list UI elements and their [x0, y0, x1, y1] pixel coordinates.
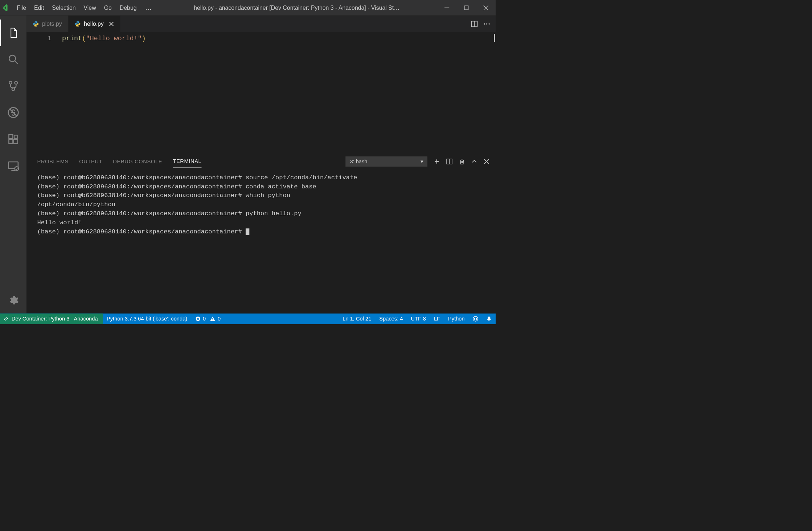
svg-point-14: [486, 23, 488, 25]
tab-label: plots.py: [42, 20, 62, 27]
terminal-line: (base) root@b62889638140:/workspaces/ana…: [37, 210, 302, 217]
window-maximize-icon[interactable]: [457, 0, 476, 16]
status-problems[interactable]: 0 0: [191, 314, 225, 324]
status-notifications-icon[interactable]: [482, 314, 496, 324]
terminal-line: (base) root@b62889638140:/workspaces/ana…: [37, 228, 246, 235]
menu-overflow[interactable]: …: [141, 0, 156, 16]
svg-point-3: [15, 81, 17, 84]
activity-bar: [0, 16, 26, 314]
menu-go[interactable]: Go: [100, 0, 116, 16]
activity-extensions-icon[interactable]: [0, 126, 26, 152]
svg-point-2: [9, 81, 12, 84]
svg-rect-0: [464, 6, 468, 10]
terminal[interactable]: (base) root@b62889638140:/workspaces/ana…: [26, 169, 496, 314]
terminal-selector-label: 3: bash: [350, 158, 367, 164]
titlebar: File Edit Selection View Go Debug … hell…: [0, 0, 496, 16]
menu-view[interactable]: View: [80, 0, 100, 16]
terminal-selector[interactable]: 3: bash ▾: [345, 156, 427, 167]
panel-tab-output[interactable]: OUTPUT: [79, 155, 102, 168]
token-bracket-open: (: [82, 35, 86, 42]
status-encoding[interactable]: UTF-8: [407, 314, 430, 324]
svg-point-18: [473, 316, 478, 321]
editor-tabbar: plots.py hello.py: [26, 16, 496, 32]
svg-rect-8: [14, 140, 18, 144]
tab-label: hello.py: [84, 20, 104, 27]
terminal-line: (base) root@b62889638140:/workspaces/ana…: [37, 183, 316, 190]
window-minimize-icon[interactable]: [437, 0, 457, 16]
scroll-position-indicator: [494, 34, 495, 42]
terminal-line: (base) root@b62889638140:/workspaces/ana…: [37, 174, 357, 181]
window-close-icon[interactable]: [476, 0, 496, 16]
activity-debug-icon[interactable]: [0, 99, 26, 126]
split-terminal-icon[interactable]: [446, 158, 452, 165]
more-actions-icon[interactable]: [483, 23, 491, 25]
code-line-1[interactable]: print("Hello world!"): [62, 32, 146, 154]
close-panel-icon[interactable]: [484, 159, 489, 164]
menu-bar: File Edit Selection View Go Debug …: [13, 0, 156, 16]
editor-actions: [471, 16, 496, 32]
terminal-cursor: [246, 228, 249, 235]
tab-plots-py[interactable]: plots.py: [26, 16, 68, 32]
line-number: 1: [26, 35, 51, 42]
token-string: "Hello world!": [86, 35, 142, 42]
panel-tab-terminal[interactable]: TERMINAL: [173, 155, 201, 168]
status-python-interpreter[interactable]: Python 3.7.3 64-bit ('base': conda): [103, 314, 191, 324]
tab-hello-py[interactable]: hello.py: [68, 16, 120, 32]
svg-rect-9: [14, 135, 17, 138]
activity-explorer-icon[interactable]: [0, 20, 26, 46]
svg-point-20: [476, 318, 477, 319]
new-terminal-icon[interactable]: [434, 158, 440, 164]
maximize-panel-icon[interactable]: [471, 158, 477, 164]
bottom-panel: PROBLEMS OUTPUT DEBUG CONSOLE TERMINAL 3…: [26, 154, 496, 313]
menu-file[interactable]: File: [13, 0, 30, 16]
kill-terminal-icon[interactable]: [459, 158, 465, 165]
split-editor-icon[interactable]: [471, 20, 478, 28]
svg-rect-7: [9, 140, 13, 144]
remote-icon: [3, 316, 9, 322]
status-remote[interactable]: Dev Container: Python 3 - Anaconda: [0, 314, 103, 324]
status-eol[interactable]: LF: [430, 314, 444, 324]
svg-point-15: [488, 23, 490, 25]
terminal-line: /opt/conda/bin/python: [37, 201, 115, 208]
menu-debug[interactable]: Debug: [116, 0, 141, 16]
status-language-mode[interactable]: Python: [444, 314, 469, 324]
activity-source-control-icon[interactable]: [0, 73, 26, 99]
activity-search-icon[interactable]: [0, 46, 26, 73]
panel-tab-debug-console[interactable]: DEBUG CONSOLE: [113, 155, 162, 168]
gutter: 1: [26, 32, 62, 154]
code-editor[interactable]: 1 print("Hello world!"): [26, 32, 496, 154]
status-remote-label: Dev Container: Python 3 - Anaconda: [12, 316, 98, 322]
svg-point-1: [9, 55, 16, 62]
warning-count: 0: [218, 316, 221, 322]
status-bar: Dev Container: Python 3 - Anaconda Pytho…: [0, 314, 496, 324]
python-file-icon: [33, 21, 39, 27]
window-title: hello.py - anacondacontainer [Dev Contai…: [156, 4, 437, 11]
status-feedback-icon[interactable]: [469, 314, 483, 324]
error-icon: [195, 316, 201, 322]
vscode-logo-icon: [0, 4, 13, 12]
terminal-line: Hello world!: [37, 219, 82, 226]
token-function: print: [62, 35, 82, 42]
editor-group: plots.py hello.py: [26, 16, 496, 314]
menu-selection[interactable]: Selection: [48, 0, 79, 16]
status-indentation[interactable]: Spaces: 4: [375, 314, 407, 324]
warning-icon: [210, 316, 216, 322]
panel-tab-problems[interactable]: PROBLEMS: [37, 155, 69, 168]
menu-edit[interactable]: Edit: [30, 0, 48, 16]
error-count: 0: [203, 316, 206, 322]
terminal-line: (base) root@b62889638140:/workspaces/ana…: [37, 192, 290, 199]
activity-remote-icon[interactable]: [0, 152, 26, 179]
token-bracket-close: ): [142, 35, 146, 42]
chevron-down-icon: ▾: [421, 158, 423, 164]
status-cursor-position[interactable]: Ln 1, Col 21: [339, 314, 375, 324]
dirty-close-icon[interactable]: [109, 21, 114, 26]
panel-tabbar: PROBLEMS OUTPUT DEBUG CONSOLE TERMINAL 3…: [26, 154, 496, 169]
svg-point-13: [484, 23, 485, 25]
svg-point-19: [474, 318, 475, 319]
python-file-icon: [74, 21, 81, 27]
window-controls: [437, 0, 496, 16]
activity-settings-icon[interactable]: [0, 287, 26, 313]
main-area: plots.py hello.py: [0, 16, 496, 314]
svg-rect-6: [9, 135, 13, 139]
